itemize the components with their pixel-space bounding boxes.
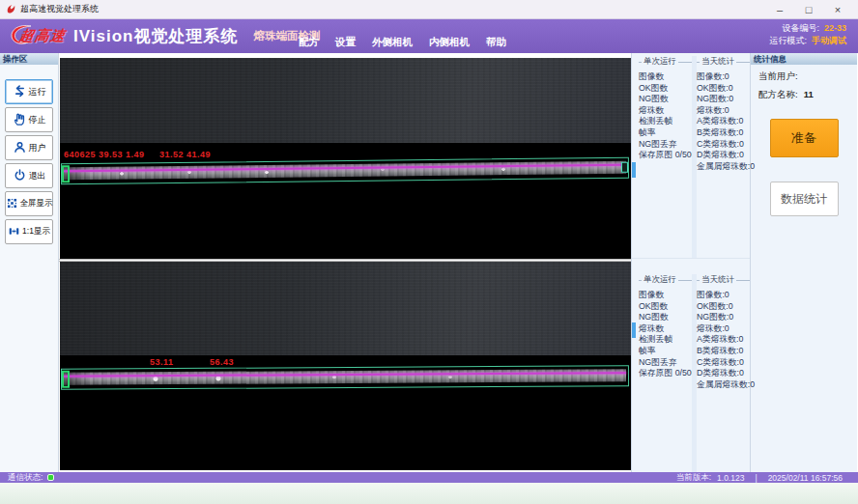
stat-row: A类熔珠数:0 — [697, 334, 750, 346]
menu-item-help[interactable]: 帮助 — [486, 36, 506, 49]
user-icon — [13, 140, 27, 156]
statistics-info-panel: 统计信息 当前用户: 配方名称:11 准备 数据统计 — [750, 53, 857, 472]
data-statistics-button[interactable]: 数据统计 — [770, 182, 839, 216]
stat-row: 图像数 — [639, 71, 692, 83]
menu-item-settings[interactable]: 设置 — [335, 36, 356, 49]
group-title: 单次运行 — [639, 56, 692, 68]
camera-background — [60, 262, 631, 355]
maximize-button[interactable]: □ — [794, 0, 823, 19]
minimize-button[interactable]: – — [765, 0, 794, 19]
stats-info-header: 统计信息 — [751, 53, 857, 65]
stats-panel-outer: 单次运行 图像数 OK图数 NG图数 熔珠数 检测丢帧 帧率 NG图丢弃 保存原… — [632, 53, 750, 258]
recipe-label: 配方名称: — [758, 89, 798, 99]
group-title: 单次运行 — [639, 274, 692, 286]
single-run-group: 单次运行 图像数 OK图数 NG图数 熔珠数 检测丢帧 帧率 NG图丢弃 保存原… — [639, 56, 692, 258]
page-title: IVision视觉处理系统 — [73, 25, 238, 47]
current-user-label: 当前用户: — [758, 70, 798, 81]
stat-row: C类熔珠数:0 — [697, 357, 750, 369]
stat-row: 图像数:0 — [697, 71, 750, 83]
stat-row: 熔珠数 — [639, 323, 692, 335]
datetime-value: 2025/02/11 16:57:56 — [768, 473, 843, 483]
measurement-annotation: 56.43 — [210, 357, 234, 367]
one-to-one-button[interactable]: 1:1显示 — [5, 219, 53, 244]
version-info: 当前版本: 1.0.123 | 2025/02/11 16:57:56 — [676, 472, 850, 484]
app-header: 超高速 IVision视觉处理系统 熔珠端面检测 配方 设置 外侧相机 内侧相机… — [0, 19, 858, 53]
statistics-column: 单次运行 图像数 OK图数 NG图数 熔珠数 检测丢帧 帧率 NG图丢弃 保存原… — [631, 53, 750, 472]
sidebar-header: 操作区 — [0, 53, 58, 65]
group-title: 当天统计 — [697, 56, 750, 68]
device-id-value: 22-33 — [824, 22, 846, 35]
stat-row: 保存原图 0/500 — [639, 368, 692, 379]
stop-button[interactable]: 停止 — [5, 107, 53, 132]
comm-status-label: 通信状态: — [8, 472, 43, 484]
menu-item-inner-camera[interactable]: 内侧相机 — [429, 36, 470, 49]
stat-row: OK图数 — [639, 301, 692, 313]
measurement-annotation: 31.52 41.49 — [159, 150, 211, 159]
menu-item-recipe[interactable]: 配方 — [299, 36, 319, 49]
run-label: 运行 — [29, 86, 46, 98]
version-label: 当前版本: — [676, 472, 711, 484]
stat-row: B类熔珠数:0 — [697, 127, 750, 139]
window-controls: – □ × — [765, 0, 852, 19]
splitter-handle[interactable] — [632, 162, 636, 178]
stat-row: 保存原图 0/500 — [639, 150, 692, 161]
group-title: 当天统计 — [697, 274, 750, 286]
detected-strip-overlay — [61, 365, 629, 390]
stop-label: 停止 — [29, 114, 46, 126]
app-window: 超高速视觉处理系统 – □ × 超高速 IVision视觉处理系统 熔珠端面检测… — [0, 0, 858, 504]
brand-logo: 超高速 — [8, 22, 66, 51]
version-value: 1.0.123 — [717, 473, 744, 483]
hand-stop-icon — [13, 112, 27, 128]
device-info: 设备编号: 22-33 运行模式: 手动调试 — [769, 22, 846, 47]
menu-bar: 配方 设置 外侧相机 内侧相机 帮助 — [299, 36, 506, 49]
fullscreen-button[interactable]: 全屏显示 — [5, 191, 53, 216]
operations-sidebar: 操作区 运行 停止 用户 退出 全屏显示 — [0, 53, 59, 472]
splitter-handle[interactable] — [632, 322, 636, 338]
close-button[interactable]: × — [823, 0, 852, 19]
strip-end-marker — [621, 162, 628, 173]
comm-status-indicator — [47, 474, 54, 481]
brand-name: 超高速 — [17, 27, 67, 45]
one-to-one-icon — [8, 225, 20, 239]
stat-row: NG图丢弃 — [639, 139, 692, 151]
stat-row: NG图数 — [639, 312, 692, 323]
stat-row: B类熔珠数:0 — [697, 346, 750, 357]
stat-row: 检测丢帧 — [639, 334, 692, 346]
user-button[interactable]: 用户 — [5, 135, 53, 160]
stat-row: C类熔珠数:0 — [697, 139, 750, 151]
menu-item-outer-camera[interactable]: 外侧相机 — [372, 36, 413, 49]
stat-row: D类熔珠数:0 — [697, 368, 750, 379]
stats-panel-inner: 单次运行 图像数 OK图数 NG图数 熔珠数 检测丢帧 帧率 NG图丢弃 保存原… — [632, 258, 750, 472]
stat-row: NG图数 — [639, 94, 692, 105]
fullscreen-label: 全屏显示 — [20, 198, 53, 210]
measurement-annotation: 640625 39.53 1.49 — [64, 150, 145, 159]
stat-row: 帧率 — [639, 346, 692, 357]
prepare-button[interactable]: 准备 — [770, 119, 839, 157]
run-mode-value: 手动调试 — [812, 35, 846, 47]
stat-row: NG图数:0 — [697, 94, 750, 105]
stat-row: 金属屑熔珠数:0 — [697, 161, 750, 173]
app-logo-icon — [6, 1, 16, 18]
stat-row: 熔珠数:0 — [697, 105, 750, 117]
stat-row: OK图数 — [639, 83, 692, 95]
window-title: 超高速视觉处理系统 — [20, 3, 99, 15]
main-body: 操作区 运行 停止 用户 退出 全屏显示 — [0, 53, 858, 472]
exit-label: 退出 — [29, 170, 46, 182]
run-cycle-icon — [13, 84, 27, 100]
detected-strip-overlay — [61, 157, 629, 185]
desktop-strip — [0, 483, 858, 504]
stat-row: 图像数:0 — [697, 290, 750, 301]
camera-background — [60, 58, 631, 143]
one-to-one-label: 1:1显示 — [22, 226, 50, 238]
run-button[interactable]: 运行 — [5, 79, 53, 104]
stat-row: D类熔珠数:0 — [697, 150, 750, 161]
power-icon — [13, 168, 27, 184]
strip-start-marker — [62, 165, 70, 182]
recipe-value: 11 — [804, 89, 814, 99]
measurement-annotation: 53.11 — [150, 357, 174, 367]
stat-row: 检测丢帧 — [639, 116, 692, 127]
stat-row: 图像数 — [639, 290, 692, 301]
exit-button[interactable]: 退出 — [5, 163, 53, 188]
status-bar: 通信状态: 当前版本: 1.0.123 | 2025/02/11 16:57:5… — [0, 472, 858, 483]
stat-row: 帧率 — [639, 127, 692, 139]
